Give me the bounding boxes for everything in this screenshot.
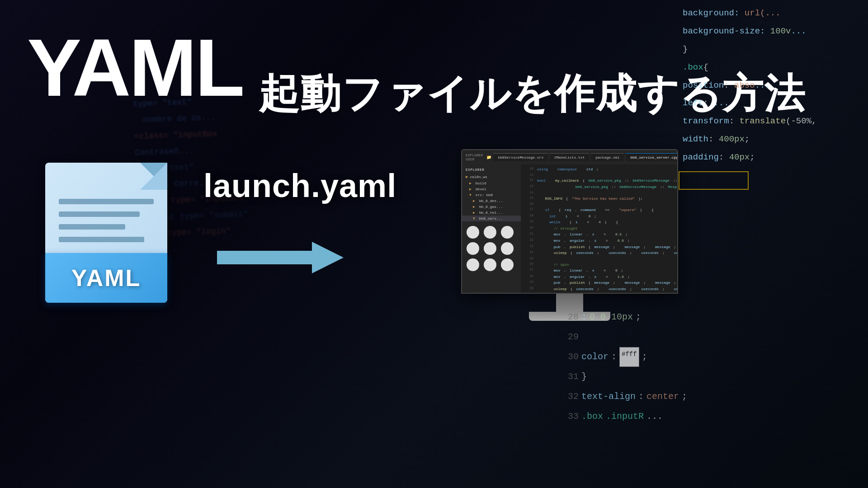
sidebar-item-build[interactable]: ▶ build bbox=[462, 180, 521, 186]
rc-line4: .box{ bbox=[683, 59, 863, 77]
main-content: YAML 起動ファイルを作成する方法 YAML launch.yaml bbox=[0, 0, 868, 488]
yaml-label-box: YAML bbox=[45, 253, 167, 303]
sidebar-item-gazebo[interactable]: ▶ bb_8_gaz... bbox=[462, 204, 521, 210]
rc-line6: left: ... bbox=[683, 94, 863, 113]
vscode-tab-4[interactable]: bb8_service_server.cpp bbox=[626, 153, 678, 161]
bc-line-33: 33 .box .inputR... bbox=[561, 407, 859, 427]
dot-1 bbox=[467, 226, 479, 239]
rc-line8: width: 400px; bbox=[683, 131, 863, 149]
file-paper: YAML bbox=[45, 163, 167, 303]
dot-8 bbox=[484, 258, 496, 271]
rc-line9: padding: 40px; bbox=[683, 149, 863, 167]
bottom-code-overlay: 28 : 0 0 10px; 29 30 color: #fff ; 31 } … bbox=[552, 298, 868, 488]
arrow-area bbox=[217, 239, 344, 276]
sidebar-item-bb8desc[interactable]: ▶ bb_8_des... bbox=[462, 198, 521, 204]
file-line-4 bbox=[59, 237, 144, 242]
dot-2 bbox=[484, 226, 496, 239]
vscode-tab-1[interactable]: bb8ServiceMessage.srv bbox=[493, 153, 548, 161]
vscode-tabs: EXPLORER USER 📁 bb8ServiceMessage.srv CM… bbox=[462, 150, 677, 164]
launch-yaml-text: launch.yaml bbox=[203, 167, 396, 204]
svg-marker-0 bbox=[217, 242, 344, 273]
sidebar-item-calws[interactable]: ▶cal8n_ws bbox=[462, 174, 521, 180]
right-code-overlay: background: url(... background-size: 100… bbox=[678, 0, 868, 172]
dot-5 bbox=[484, 242, 496, 255]
bc-line-29: 29 bbox=[561, 327, 859, 347]
dot-4 bbox=[467, 242, 479, 255]
monitor-screen: EXPLORER USER 📁 bb8ServiceMessage.srv CM… bbox=[461, 149, 678, 294]
sidebar-item-teleop[interactable]: ▶ bb_8_tel... bbox=[462, 210, 521, 216]
vscode-tab-2[interactable]: CMakeLists.txt bbox=[550, 153, 589, 161]
dot-9 bbox=[501, 258, 514, 271]
dot-3 bbox=[501, 226, 514, 239]
rc-line7: transform: translate(-50%, bbox=[683, 113, 863, 131]
vscode-tab-3[interactable]: package.xml bbox=[591, 153, 624, 161]
vscode-code-area: 10using namespace std; 11 12bool my_call… bbox=[521, 164, 677, 293]
file-line-1 bbox=[59, 199, 154, 204]
rc-line1: background: url(... bbox=[683, 5, 863, 23]
rc-line2: background-size: 100v... bbox=[683, 23, 863, 41]
monitor-area: EXPLORER USER 📁 bb8ServiceMessage.srv CM… bbox=[461, 149, 678, 321]
sidebar-item-devel[interactable]: ▶ devel bbox=[462, 186, 521, 192]
bc-line-32: 32 text-align: center; bbox=[561, 387, 859, 407]
yaml-file-icon: YAML bbox=[45, 158, 172, 303]
dot-6 bbox=[501, 242, 514, 255]
file-lines bbox=[59, 199, 154, 249]
bc-line-31: 31 } bbox=[561, 367, 859, 387]
title-yaml: YAML bbox=[27, 27, 243, 108]
sidebar-item-src[interactable]: ▼ src: bb8 bbox=[462, 192, 521, 198]
yaml-file-icon-area: YAML bbox=[45, 158, 172, 303]
bc-line-28: 28 : 0 0 10px; bbox=[561, 307, 859, 327]
sidebar-header: EXPLORER bbox=[462, 166, 521, 174]
rc-line10: background: □rgba(0, 0, 0, bbox=[683, 167, 863, 172]
bc-line-30: 30 color: #fff ; bbox=[561, 347, 859, 367]
dot-7 bbox=[467, 258, 479, 271]
vscode-sidebar: EXPLORER ▶cal8n_ws ▶ build ▶ devel ▼ src… bbox=[462, 164, 521, 293]
arrow-svg bbox=[217, 239, 344, 276]
rc-line5: position: abso... bbox=[683, 77, 863, 95]
dots-grid bbox=[462, 221, 521, 276]
file-line-3 bbox=[59, 224, 125, 230]
file-line-2 bbox=[59, 211, 140, 217]
vscode-body: EXPLORER ▶cal8n_ws ▶ build ▶ devel ▼ src… bbox=[462, 164, 677, 293]
yaml-label-text: YAML bbox=[71, 264, 142, 291]
sidebar-item-bb8pkg[interactable]: ▼ bb8_serv... bbox=[462, 216, 521, 221]
rc-line3: } bbox=[683, 41, 863, 59]
